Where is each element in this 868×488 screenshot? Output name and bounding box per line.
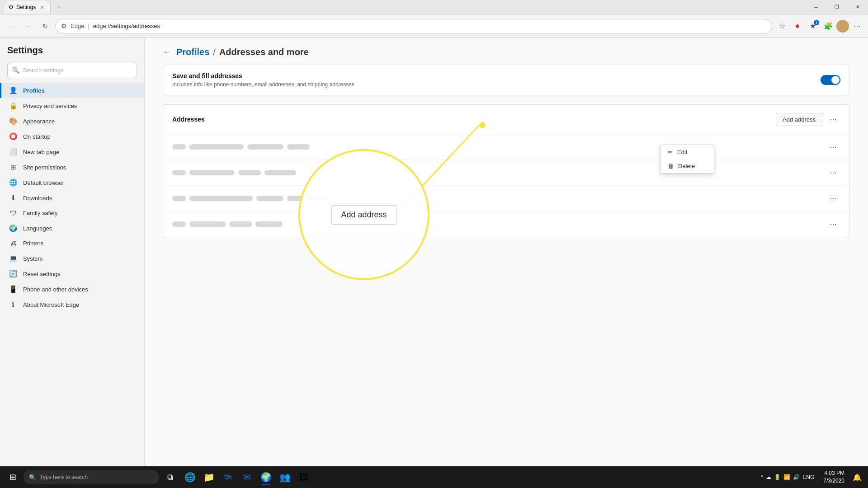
sidebar-item-languages-label: Languages xyxy=(23,225,52,232)
phonedevices-icon: 📱 xyxy=(9,285,18,293)
active-tab[interactable]: ⚙ Settings ✕ xyxy=(4,1,51,14)
taskbar-teams-app[interactable]: 👥 xyxy=(276,468,294,486)
sidebar-item-printers-label: Printers xyxy=(23,240,43,247)
taskbar-chrome-app[interactable]: 🌍 xyxy=(257,468,275,486)
blur-block xyxy=(172,221,186,227)
search-icon: 🔍 xyxy=(12,67,19,74)
tray-onedrive[interactable]: ☁ xyxy=(766,474,771,480)
blur-block xyxy=(287,144,310,150)
about-icon: ℹ xyxy=(9,300,18,309)
sidebar-item-onstartup[interactable]: ⭕ On startup xyxy=(0,129,144,144)
addresses-section: Addresses Add address ··· ··· xyxy=(163,104,850,237)
sidebar-item-profiles[interactable]: 👤 Profiles xyxy=(0,83,144,98)
appearance-icon: 🎨 xyxy=(9,117,18,125)
sidebar-item-languages[interactable]: 🌍 Languages xyxy=(0,221,144,236)
tray-volume[interactable]: 🔊 xyxy=(793,474,800,480)
blur-block xyxy=(189,144,244,150)
blur-block xyxy=(287,196,328,201)
rewards-icon[interactable]: ● xyxy=(790,19,805,33)
sidebar-item-sitepermissions[interactable]: ⊞ Site permissions xyxy=(0,160,144,175)
taskbar-explorer-app[interactable]: 📁 xyxy=(200,468,218,486)
add-address-button[interactable]: Add address xyxy=(776,113,822,126)
content-area: ← Profiles / Addresses and more Save and… xyxy=(145,38,868,488)
taskbar-clock[interactable]: 4:03 PM 7/3/2020 xyxy=(820,469,848,485)
extensions-badge: 1 xyxy=(814,20,819,25)
sidebar-item-resetsettings[interactable]: 🔄 Reset settings xyxy=(0,266,144,282)
taskbar-store-app[interactable]: 🛍 xyxy=(219,468,237,486)
taskbar-edge-app[interactable]: 🌐 xyxy=(181,468,199,486)
breadcrumb-separator: / xyxy=(213,47,216,57)
sidebar-item-onstartup-label: On startup xyxy=(23,133,51,140)
sidebar-item-defaultbrowser[interactable]: 🌐 Default browser xyxy=(0,175,144,190)
taskbar-search-icon: 🔍 xyxy=(29,474,36,481)
sidebar-item-about[interactable]: ℹ About Microsoft Edge xyxy=(0,297,144,312)
tab-close-button[interactable]: ✕ xyxy=(38,4,46,11)
tray-lang: ENG xyxy=(802,474,814,480)
extensions-icon[interactable]: 🧩 xyxy=(821,19,835,33)
collections-icon[interactable]: ★ 1 xyxy=(806,19,820,33)
new-tab-button[interactable]: + xyxy=(52,1,65,14)
save-fill-row: Save and fill addresses Includes info li… xyxy=(163,65,849,95)
breadcrumb-profiles-link[interactable]: Profiles xyxy=(176,47,209,57)
breadcrumb: ← Profiles / Addresses and more xyxy=(145,38,868,65)
sidebar-item-printers[interactable]: 🖨 Printers xyxy=(0,236,144,251)
sidebar-item-privacy-label: Privacy and services xyxy=(23,103,77,109)
profile-avatar[interactable] xyxy=(836,20,849,33)
address-row-1: ··· xyxy=(163,134,849,160)
sidebar-item-resetsettings-label: Reset settings xyxy=(23,271,60,277)
save-fill-section: Save and fill addresses Includes info li… xyxy=(163,65,850,95)
taskbar-photos-app[interactable]: 🖼 xyxy=(295,468,313,486)
sidebar-item-familysafety[interactable]: 🛡 Family safety xyxy=(0,206,144,221)
start-button[interactable]: ⊞ xyxy=(4,468,22,486)
minimize-button[interactable]: ─ xyxy=(806,0,826,14)
sidebar-item-system[interactable]: 💻 System xyxy=(0,251,144,266)
breadcrumb-back-button[interactable]: ← xyxy=(163,47,171,57)
sidebar-item-downloads[interactable]: ⬇ Downloads xyxy=(0,190,144,206)
taskbar-search-placeholder: Type here to search xyxy=(40,474,88,480)
sidebar-item-newtab[interactable]: ⬜ New tab page xyxy=(0,144,144,160)
sidebar-item-appearance[interactable]: 🎨 Appearance xyxy=(0,113,144,129)
address-bar[interactable]: ⚙ Edge | edge://settings/addresses xyxy=(55,19,772,33)
context-menu-delete[interactable]: 🗑 Delete xyxy=(660,159,714,173)
sidebar-item-about-label: About Microsoft Edge xyxy=(23,301,79,308)
titlebar: ⚙ Settings ✕ + ─ ❐ ✕ xyxy=(0,0,868,14)
blur-block xyxy=(255,221,283,227)
save-fill-info: Save and fill addresses Includes info li… xyxy=(172,72,821,88)
sidebar-item-privacy[interactable]: 🔒 Privacy and services xyxy=(0,98,144,113)
restore-button[interactable]: ❐ xyxy=(826,0,847,14)
blur-block xyxy=(189,170,235,175)
blur-block xyxy=(256,196,283,201)
more-icon[interactable]: ⋯ xyxy=(850,19,864,33)
context-menu-edit[interactable]: ✏ Edit xyxy=(660,145,714,159)
addresses-more-button[interactable]: ··· xyxy=(826,112,840,127)
taskbar-mail-app[interactable]: ✉ xyxy=(238,468,256,486)
save-fill-toggle[interactable] xyxy=(821,75,840,85)
address-row-4-more[interactable]: ··· xyxy=(826,217,840,231)
newtab-icon: ⬜ xyxy=(9,148,18,156)
taskbar-apps: 🌐 📁 🛍 ✉ 🌍 👥 🖼 xyxy=(181,468,755,486)
toolbar-icons: ☆ ● ★ 1 🧩 ⋯ xyxy=(775,19,864,33)
forward-button[interactable]: → xyxy=(21,19,35,33)
task-view-button[interactable]: ⧉ xyxy=(161,468,179,486)
address-row-2-more[interactable]: ··· xyxy=(826,165,840,180)
addresses-label: Addresses xyxy=(172,116,776,123)
address-placeholder-3 xyxy=(172,196,822,201)
browser-name: Edge xyxy=(71,23,84,29)
search-settings-box[interactable]: 🔍 Search settings xyxy=(7,63,137,77)
tray-battery: 🔋 xyxy=(774,474,781,480)
refresh-button[interactable]: ↻ xyxy=(38,19,52,33)
taskbar-right: ^ ☁ 🔋 📶 🔊 ENG 4:03 PM 7/3/2020 🔔 xyxy=(757,468,864,486)
back-button[interactable]: ← xyxy=(4,19,18,33)
address-placeholder-2 xyxy=(172,170,822,175)
delete-label: Delete xyxy=(678,163,695,169)
taskbar-search[interactable]: 🔍 Type here to search xyxy=(24,470,159,484)
close-button[interactable]: ✕ xyxy=(847,0,868,14)
tray-expand[interactable]: ^ xyxy=(761,474,764,480)
sidebar-item-downloads-label: Downloads xyxy=(23,195,52,202)
sidebar-item-phonedevices[interactable]: 📱 Phone and other devices xyxy=(0,282,144,297)
address-row-3-more[interactable]: ··· xyxy=(826,191,840,206)
defaultbrowser-icon: 🌐 xyxy=(9,178,18,187)
notification-button[interactable]: 🔔 xyxy=(850,468,864,486)
favorites-icon[interactable]: ☆ xyxy=(775,19,789,33)
address-row-1-more[interactable]: ··· xyxy=(826,140,840,154)
